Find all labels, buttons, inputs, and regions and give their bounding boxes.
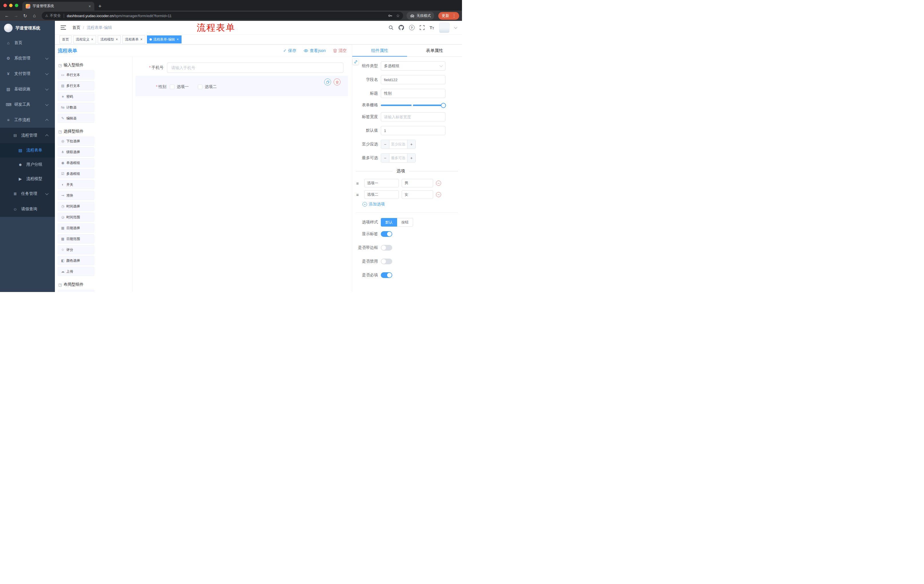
min-select-value[interactable]: 至少应选 — [389, 140, 407, 148]
tag[interactable]: 流程表单-编辑 × — [147, 35, 182, 43]
user-avatar[interactable] — [439, 23, 449, 33]
component-chip[interactable]: ▭ 单行文本 — [58, 70, 94, 79]
checkbox-icon[interactable] — [170, 85, 174, 89]
checkbox-icon[interactable] — [198, 85, 202, 89]
phone-field[interactable]: *手机号 — [135, 63, 348, 73]
sidebar-logo[interactable]: 芋道管理系统 — [0, 21, 55, 35]
gender-field-selected[interactable]: *性别 选项一 选项二 — [135, 76, 348, 96]
bookmark-star-icon[interactable]: ☆ — [396, 13, 400, 18]
checkbox-option[interactable]: 选项一 — [170, 84, 189, 89]
tag[interactable]: 首页 × — [59, 35, 71, 43]
save-button[interactable]: ✓ 保存 — [283, 48, 296, 53]
phone-input[interactable] — [167, 63, 343, 73]
decrement-button[interactable]: − — [381, 140, 389, 148]
style-button-button[interactable]: 按钮 — [397, 218, 413, 227]
component-chip[interactable]: ▦ 日期选择 — [58, 224, 94, 233]
breadcrumb-home[interactable]: 首页 — [72, 25, 80, 30]
close-window-button[interactable] — [3, 4, 7, 7]
component-chip[interactable]: ☑ 多选框组 — [58, 169, 94, 178]
title-input[interactable] — [381, 89, 446, 98]
option-label-input[interactable] — [364, 179, 399, 188]
sidebar-menu-item[interactable]: ⌂ 首页 — [0, 35, 55, 51]
avatar-caret-icon[interactable] — [454, 25, 457, 29]
reload-button[interactable]: ↻ — [21, 12, 29, 20]
tag[interactable]: 流程定义 × — [73, 35, 96, 43]
address-bar[interactable]: ⚠ 不安全 dashboard.yudao.iocoder.cn /bpm/ma… — [42, 12, 403, 20]
sidebar-menu-item[interactable]: ☻ 用户分组 — [0, 158, 55, 172]
update-browser-button[interactable]: 更新 ⋮ — [438, 12, 459, 20]
tag-close-icon[interactable]: × — [116, 38, 118, 41]
fullscreen-icon[interactable] — [420, 25, 424, 30]
form-canvas[interactable]: *手机号 — [133, 57, 352, 292]
minimize-window-button[interactable] — [9, 4, 13, 7]
max-select-value[interactable]: 最多可选 — [389, 154, 407, 162]
grid-slider[interactable] — [381, 105, 444, 106]
slider-handle[interactable] — [441, 103, 446, 108]
view-json-button[interactable]: 查看json — [304, 48, 326, 53]
component-chip[interactable]: ☁ 上传 — [58, 267, 94, 276]
password-key-icon[interactable] — [388, 13, 393, 18]
style-default-button[interactable]: 默认 — [381, 218, 397, 227]
component-chip[interactable]: ◎ 下拉选择 — [58, 137, 94, 146]
tag[interactable]: 流程模型 × — [98, 35, 120, 43]
tag-close-icon[interactable]: × — [91, 38, 94, 41]
remove-option-icon[interactable]: − — [436, 181, 441, 186]
toggle-switch[interactable] — [381, 231, 392, 237]
toggle-switch[interactable] — [381, 245, 392, 250]
tab-component-props[interactable]: 组件属性 — [352, 44, 407, 57]
font-size-icon[interactable]: TT — [430, 25, 434, 30]
decrement-button[interactable]: − — [381, 154, 389, 162]
clear-button[interactable]: 清空 — [333, 48, 347, 53]
sidebar-menu-item[interactable]: ¥ 支付管理 — [0, 66, 55, 81]
component-chip[interactable]: ◉ 单选框组 — [58, 158, 94, 168]
component-chip[interactable]: ⋔ 级联选择 — [58, 147, 94, 156]
component-chip[interactable]: ☆ 评分 — [58, 245, 94, 254]
option-label-input[interactable] — [364, 190, 399, 199]
sidebar-menu-item[interactable]: ⊟ 流程管理 — [0, 128, 55, 143]
delete-widget-button[interactable] — [333, 79, 340, 86]
browser-menu-kebab-icon[interactable]: ⋮ — [451, 13, 457, 18]
zoom-window-button[interactable] — [15, 4, 18, 7]
component-chip[interactable]: ∗ 密码 — [58, 92, 94, 101]
component-chip[interactable]: ◐ 开关 — [58, 180, 94, 189]
tag-close-icon[interactable]: × — [177, 38, 179, 41]
new-tab-button[interactable]: + — [94, 2, 106, 11]
component-chip[interactable]: ✎ 编辑器 — [58, 114, 94, 123]
sidebar-menu-item[interactable]: ⚙ 系统管理 — [0, 51, 55, 66]
sidebar-menu-item[interactable]: ≡ 工作流程 — [0, 112, 55, 128]
default-value-input[interactable] — [381, 126, 446, 135]
tab-close-icon[interactable]: × — [87, 4, 92, 8]
home-button[interactable]: ⌂ — [30, 12, 38, 20]
tag[interactable]: 流程表单 × — [122, 35, 145, 43]
sidebar-menu-item[interactable]: ☺ 请假查询 — [0, 201, 55, 217]
component-chip[interactable]: ▤ 多行文本 — [58, 81, 94, 90]
component-type-select[interactable]: 多选框组 — [381, 61, 446, 71]
sidebar-menu-item[interactable]: ⌨ 研发工具 — [0, 97, 55, 112]
component-chip[interactable]: ◫ 行容器 — [58, 290, 94, 292]
back-button[interactable]: ← — [3, 12, 11, 20]
browser-tab[interactable]: 芋道管理系统 × — [22, 2, 94, 11]
tab-form-props[interactable]: 表单属性 — [407, 44, 462, 57]
option-value-input[interactable] — [402, 179, 433, 188]
sidebar-menu-item[interactable]: ▤ 流程表单 — [0, 143, 55, 158]
drag-handle-icon[interactable]: ≡ — [356, 192, 362, 197]
option-value-input[interactable] — [402, 190, 433, 199]
checkbox-option[interactable]: 选项二 — [198, 84, 217, 89]
component-chip[interactable]: ▩ 日期范围 — [58, 234, 94, 243]
sidebar-menu-item[interactable]: ≣ 任务管理 — [0, 186, 55, 201]
component-chip[interactable]: ◧ 颜色选择 — [58, 256, 94, 265]
remove-option-icon[interactable]: − — [436, 192, 441, 197]
increment-button[interactable]: + — [407, 154, 416, 162]
forward-button[interactable]: → — [12, 12, 20, 20]
drag-handle-icon[interactable]: ≡ — [356, 181, 362, 186]
component-chip[interactable]: ◶ 时间范围 — [58, 212, 94, 222]
component-chip[interactable]: № 计数器 — [58, 103, 94, 112]
link-icon[interactable] — [353, 59, 358, 64]
toggle-switch[interactable] — [381, 272, 392, 278]
sidebar-menu-item[interactable]: ▧ 基础设施 — [0, 81, 55, 97]
hamburger-icon[interactable] — [59, 24, 67, 31]
add-option-button[interactable]: + 添加选项 — [363, 202, 446, 207]
component-chip[interactable]: ◷ 时间选择 — [58, 202, 94, 211]
toggle-switch[interactable] — [381, 258, 392, 264]
label-width-input[interactable] — [381, 112, 446, 122]
